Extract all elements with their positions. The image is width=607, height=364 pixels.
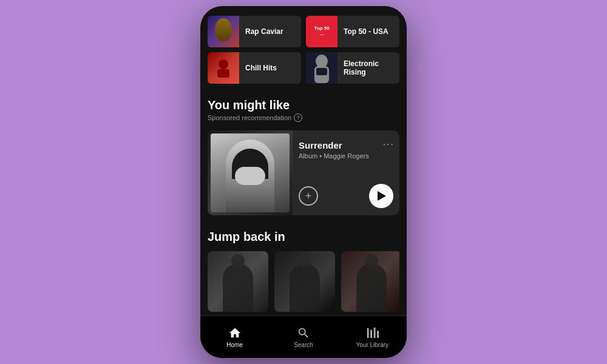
- phone-screen: Rap Caviar Top 50... Top 50 - USA Chill …: [200, 6, 407, 315]
- jump-back-thumb-3: [341, 251, 399, 312]
- album-title: Surrender: [299, 140, 393, 150]
- jump-back-item-1[interactable]: [208, 251, 268, 312]
- album-meta: Album • Maggie Rogers: [299, 152, 393, 160]
- jump-back-grid: [208, 251, 399, 312]
- electronic-rising-label: Electronic Rising: [337, 59, 399, 77]
- jump-back-thumb-2: [274, 251, 335, 312]
- chill-hits-art-icon: [212, 57, 234, 79]
- plus-icon: +: [305, 190, 312, 203]
- you-might-like-title: You might like: [208, 98, 399, 112]
- electronic-rising-thumb: [306, 52, 337, 84]
- top-50-thumb: Top 50...: [306, 16, 337, 47]
- recommendation-card: ... Surrender Album • Maggie Rogers +: [208, 130, 399, 215]
- svg-rect-5: [367, 328, 369, 338]
- sponsored-info-icon[interactable]: ?: [294, 113, 302, 122]
- svg-point-0: [219, 59, 228, 69]
- nav-search-label: Search: [294, 342, 313, 348]
- jump-back-thumb-1: [208, 251, 268, 312]
- you-might-like-section: You might like Sponsored recommendation …: [200, 89, 407, 220]
- playlist-card-rap-caviar[interactable]: Rap Caviar: [208, 16, 301, 47]
- chill-hits-label: Chill Hits: [239, 64, 283, 72]
- nav-library-label: Your Library: [356, 342, 389, 348]
- search-icon: [297, 326, 310, 340]
- recommendation-info: ... Surrender Album • Maggie Rogers +: [293, 130, 399, 215]
- album-art-image: [211, 133, 290, 212]
- silhouette-figure-2: [290, 263, 320, 312]
- jump-back-in-section: Jump back in: [200, 220, 407, 315]
- quick-playlists-grid: Rap Caviar Top 50... Top 50 - USA Chill …: [200, 6, 407, 89]
- home-icon: [228, 326, 242, 340]
- more-options-button[interactable]: ...: [383, 136, 395, 147]
- playlist-card-top-50-usa[interactable]: Top 50... Top 50 - USA: [306, 16, 399, 47]
- add-to-library-button[interactable]: +: [299, 186, 318, 206]
- you-might-like-subtitle: Sponsored recommendation ?: [208, 113, 399, 122]
- nav-search[interactable]: Search: [269, 326, 337, 348]
- svg-rect-1: [217, 69, 229, 78]
- phone-container: Rap Caviar Top 50... Top 50 - USA Chill …: [200, 6, 407, 358]
- svg-rect-7: [374, 327, 376, 337]
- library-icon: [365, 326, 379, 340]
- playlist-card-chill-hits[interactable]: Chill Hits: [208, 52, 301, 84]
- nav-library[interactable]: Your Library: [338, 326, 407, 348]
- face-silhouette-art: [226, 140, 274, 212]
- nav-home-label: Home: [226, 342, 243, 348]
- nav-home[interactable]: Home: [200, 326, 269, 348]
- playlist-card-electronic-rising[interactable]: Electronic Rising: [306, 52, 399, 84]
- electronic-rising-art-icon: [310, 53, 334, 83]
- album-art: [208, 130, 293, 215]
- play-button[interactable]: [369, 184, 393, 208]
- top-50-badge: Top 50...: [314, 26, 329, 37]
- recommendation-actions: +: [299, 172, 393, 208]
- silhouette-figure-1: [223, 263, 253, 312]
- svg-rect-6: [371, 329, 373, 338]
- svg-rect-4: [316, 68, 327, 75]
- play-icon: [378, 191, 386, 201]
- rap-caviar-thumb: [208, 16, 239, 47]
- jump-back-item-2[interactable]: [274, 251, 335, 312]
- jump-back-item-3[interactable]: [341, 251, 399, 312]
- top-50-label: Top 50 - USA: [337, 27, 395, 36]
- silhouette-figure-3: [356, 263, 387, 312]
- jump-back-in-title: Jump back in: [208, 230, 399, 244]
- bottom-nav: Home Search Your Library: [200, 315, 407, 358]
- svg-rect-8: [378, 331, 379, 338]
- rap-caviar-label: Rap Caviar: [239, 27, 290, 36]
- svg-point-2: [316, 55, 328, 68]
- chill-hits-thumb: [208, 52, 239, 84]
